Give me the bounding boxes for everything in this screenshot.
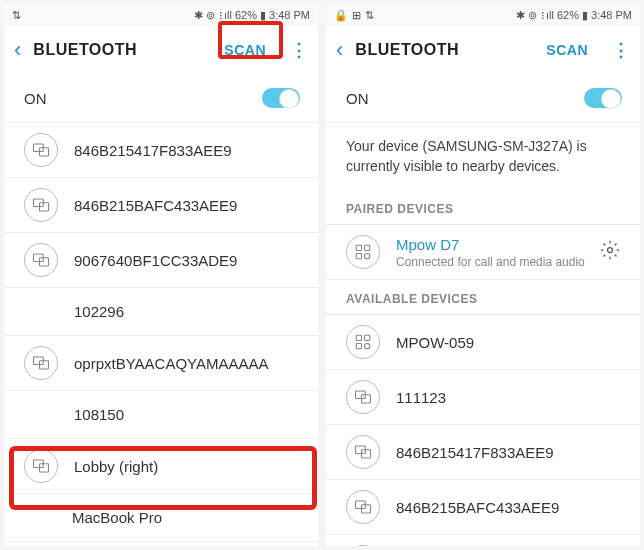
device-status: Connected for call and media audio — [396, 255, 585, 269]
wifi-icon: ⊚ — [206, 9, 215, 22]
battery-icon: ▮ — [582, 9, 588, 22]
device-list: MPOW-059111123846B215417F833AEE9846B215B… — [326, 315, 640, 546]
device-row[interactable]: 9067640BF1CC33ADE9 — [326, 535, 640, 546]
header: ‹ BLUETOOTH SCAN ⋮ — [4, 26, 318, 74]
device-name: oprpxtBYAACAQYAMAAAAA — [74, 355, 269, 372]
scan-button[interactable]: SCAN — [224, 42, 266, 58]
device-row[interactable]: 108150 — [4, 391, 318, 439]
device-row[interactable]: 102296 — [4, 288, 318, 336]
on-row: ON — [326, 74, 640, 123]
more-icon[interactable]: ⋮ — [612, 39, 630, 61]
device-name: 108150 — [74, 406, 124, 423]
device-icon — [24, 346, 58, 380]
device-name: 111123 — [396, 389, 446, 406]
window-icon: ⊞ — [352, 9, 361, 22]
back-icon[interactable]: ‹ — [336, 37, 343, 63]
device-name: MacBook Pro — [72, 509, 162, 526]
status-bar: 🔒 ⊞ ⇅ ✱ ⊚ ⫶ıll 62% ▮ 3:48 PM — [326, 4, 640, 26]
paired-header: PAIRED DEVICES — [326, 190, 640, 225]
on-label: ON — [24, 90, 47, 107]
clock: 3:48 PM — [591, 9, 632, 21]
gear-icon[interactable] — [600, 240, 620, 264]
device-icon — [24, 133, 58, 167]
device-row[interactable]: Lobby (right) — [4, 439, 318, 494]
device-name: 9067640BF1CC33ADE9 — [74, 252, 237, 269]
device-row[interactable]: 846B215417F833AEE9 — [4, 123, 318, 178]
svg-rect-20 — [365, 335, 370, 340]
device-list: 846B215417F833AEE9846B215BAFC433AEE99067… — [4, 123, 318, 546]
device-icon — [24, 449, 58, 483]
device-icon — [346, 545, 380, 546]
device-name: Mpow D7 — [396, 236, 585, 253]
back-icon[interactable]: ‹ — [14, 37, 21, 63]
status-bar: ⇅ ✱ ⊚ ⫶ıll 62% ▮ 3:48 PM — [4, 4, 318, 26]
device-icon — [24, 188, 58, 222]
paired-device[interactable]: Mpow D7 Connected for call and media aud… — [326, 225, 640, 280]
svg-rect-14 — [356, 245, 361, 250]
svg-rect-21 — [356, 344, 361, 349]
device-row[interactable]: 111123 — [326, 370, 640, 425]
device-icon — [346, 380, 380, 414]
bluetooth-icon: ✱ — [516, 9, 525, 22]
svg-rect-15 — [365, 245, 370, 250]
sync-icon: ⇅ — [12, 9, 21, 22]
signal-icon: ⫶ıll — [540, 9, 554, 21]
device-name: 102296 — [74, 303, 124, 320]
bluetooth-icon: ✱ — [194, 9, 203, 22]
device-row[interactable]: 846B215BAFC433AEE9 — [326, 480, 640, 535]
device-row[interactable]: MacBook Pro — [4, 494, 318, 542]
visibility-info: Your device (SAMSUNG-SM-J327A) is curren… — [326, 123, 640, 190]
lock-icon: 🔒 — [334, 9, 348, 22]
device-icon — [24, 243, 58, 277]
svg-rect-16 — [356, 254, 361, 259]
on-row: ON — [4, 74, 318, 123]
wifi-icon: ⊚ — [528, 9, 537, 22]
available-header: AVAILABLE DEVICES — [326, 280, 640, 315]
bluetooth-toggle[interactable] — [262, 88, 300, 108]
battery-icon: ▮ — [260, 9, 266, 22]
battery-percent: 62% — [557, 9, 579, 21]
headset-icon — [346, 235, 380, 269]
device-name: 846B215417F833AEE9 — [74, 142, 232, 159]
svg-point-22 — [365, 344, 370, 349]
device-icon — [346, 490, 380, 524]
svg-point-17 — [365, 254, 370, 259]
battery-percent: 62% — [235, 9, 257, 21]
device-icon — [346, 325, 380, 359]
device-name: 846B215417F833AEE9 — [396, 444, 554, 461]
svg-point-18 — [608, 248, 613, 253]
device-row[interactable]: 846B215BAFC433AEE9 — [4, 178, 318, 233]
device-row[interactable]: 846B215417F833AEE9 — [326, 425, 640, 480]
bluetooth-toggle[interactable] — [584, 88, 622, 108]
device-row[interactable]: Mpow D7Pairing... — [4, 542, 318, 546]
phone-right: 🔒 ⊞ ⇅ ✱ ⊚ ⫶ıll 62% ▮ 3:48 PM ‹ BLUETOOTH… — [326, 4, 640, 546]
sync-icon: ⇅ — [365, 9, 374, 22]
scan-button[interactable]: SCAN — [546, 42, 588, 58]
device-row[interactable]: 9067640BF1CC33ADE9 — [4, 233, 318, 288]
phone-left: ⇅ ✱ ⊚ ⫶ıll 62% ▮ 3:48 PM ‹ BLUETOOTH SCA… — [4, 4, 318, 546]
on-label: ON — [346, 90, 369, 107]
svg-rect-19 — [356, 335, 361, 340]
device-name: MPOW-059 — [396, 334, 474, 351]
device-name: 846B215BAFC433AEE9 — [396, 499, 559, 516]
device-icon — [346, 435, 380, 469]
header: ‹ BLUETOOTH SCAN ⋮ — [326, 26, 640, 74]
device-row[interactable]: oprpxtBYAACAQYAMAAAAA — [4, 336, 318, 391]
page-title: BLUETOOTH — [355, 41, 459, 59]
more-icon[interactable]: ⋮ — [290, 39, 308, 61]
device-name: Lobby (right) — [74, 458, 158, 475]
page-title: BLUETOOTH — [33, 41, 137, 59]
device-name: 846B215BAFC433AEE9 — [74, 197, 237, 214]
clock: 3:48 PM — [269, 9, 310, 21]
signal-icon: ⫶ıll — [218, 9, 232, 21]
device-row[interactable]: MPOW-059 — [326, 315, 640, 370]
